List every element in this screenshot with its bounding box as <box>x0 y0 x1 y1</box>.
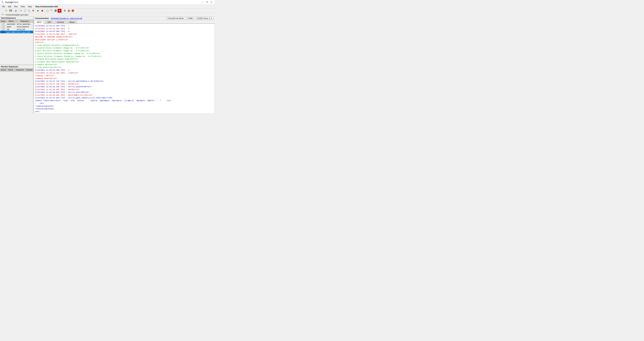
minimize-button[interactable]: — <box>200 1 204 4</box>
tb-cut[interactable]: ✂ <box>19 9 23 13</box>
comm-line: 3/13/2021 11:43:22.386 [RX] – U <box>35 27 213 30</box>
send-name-0: opermode <box>6 23 16 25</box>
table-row: --> gain_table at+rsi_gain_table=1,0,67,… <box>0 31 33 33</box>
app-icon: 🔧 <box>1 1 4 4</box>
menu-file[interactable]: File <box>1 5 6 8</box>
table-row: --> init at+rsi_init <box>0 28 33 31</box>
tb-gear[interactable]: ⚙ <box>63 9 66 13</box>
comm-line: 3/13/2021 11:43:29.255 [RX] – OK<CR><LF> <box>35 88 213 91</box>
send-table: Send Name Sequence --> opermode at+rsi_o… <box>0 20 33 33</box>
menu-tools[interactable]: Tools <box>19 5 26 8</box>
app-title: Docklight V2.0 <box>5 1 18 4</box>
comm-line: 8 Disable GPIO Based Bypass Mode<CR><LF> <box>35 61 213 64</box>
recv-answer <box>26 71 33 72</box>
send-btn-cell[interactable]: --> <box>0 25 6 28</box>
receive-sequences-panel: Receive Sequences Active Name Sequence A… <box>0 65 33 114</box>
comm-line: 3/13/2021 11:43:27.736 [RX] – OK<CR><LF> <box>35 83 213 86</box>
tb-save[interactable]: 💾 <box>9 9 12 13</box>
comm-line: 5 Select Default Wireless Firmware (Imag… <box>35 52 213 55</box>
menu-help[interactable]: Help <box>27 5 33 8</box>
tb-x[interactable]: ✖ <box>58 9 62 13</box>
send-button-1[interactable]: --> <box>1 26 5 28</box>
tb-image[interactable]: 🖼 <box>54 9 57 13</box>
comm-line: Z JTAG Selection<CR><LF> <box>35 66 213 69</box>
left-panel: Send Sequences Send Name Sequence --> op… <box>0 17 34 114</box>
tab-binary[interactable]: Binary <box>68 21 77 24</box>
send-name-2: init <box>6 28 16 31</box>
send-seq-0: at+rsi_opermode=6,1,48,0 <box>16 23 33 25</box>
tb-open[interactable]: 📂 <box>5 9 8 13</box>
comm-line: Loading <CR><LF> <box>35 74 213 77</box>
send-button-0[interactable]: --> <box>1 23 5 25</box>
receive-table: Active Name Sequence Answer <box>0 68 33 72</box>
tab-decimal[interactable]: Decimal <box>55 21 66 24</box>
tb-delete[interactable]: ✖ <box>31 9 35 13</box>
tab-sep-3: | <box>66 21 67 23</box>
tb-copy2[interactable]: 📋 <box>46 9 49 13</box>
send-button-3[interactable]: --> <box>1 31 5 33</box>
title-left: 🔧 Docklight V2.0 <box>1 1 18 4</box>
comm-header: Communication Keyboard Console on - clic… <box>34 17 215 20</box>
tb-red[interactable]: 🔴 <box>71 9 75 13</box>
receive-sequences-title: Receive Sequences <box>0 65 33 68</box>
send-sequences-panel: Send Sequences Send Name Sequence --> op… <box>0 17 33 65</box>
menu-run[interactable]: Run <box>13 5 19 8</box>
comm-line: 3/13/2021 11:43:29.245 [TX] – at+rsi_ban… <box>35 85 213 88</box>
send-button-2[interactable]: --> <box>1 28 5 30</box>
menu-edit[interactable]: Edit <box>7 5 12 8</box>
tb-new[interactable]: 📄 <box>1 9 4 13</box>
comm-line: Loading Done<CR><LF> <box>35 77 213 80</box>
tb-print[interactable]: 🖨 <box>14 9 18 13</box>
menu-stop-communication[interactable]: Stop Communication (F6) <box>34 5 59 8</box>
send-table-wrap: Send Name Sequence --> opermode at+rsi_o… <box>0 20 33 65</box>
table-row <box>0 71 33 72</box>
comm-title: Communication <box>35 17 49 19</box>
window-controls: — ❐ ✕ <box>200 1 213 4</box>
comm-line: 3/13/2021 11:43:24.252 [RX] – 1<CR><LF> <box>35 72 213 75</box>
tb-sep-2 <box>18 9 18 12</box>
tb-sep-1 <box>13 9 13 12</box>
comm-baud: 115200, None, 8, 1 <box>195 17 213 20</box>
comm-line: K Check Wireless Firmware Integrity (Ima… <box>35 55 213 58</box>
tb-play[interactable]: ▶ <box>36 9 40 13</box>
comm-line: 3/13/2021 11:43:23.356 [RX] – <CR><LF> <box>35 33 213 36</box>
comm-line: 3/13/2021 11:43:24.238 [TX] – 1 <box>35 69 213 72</box>
recv-name <box>7 71 14 72</box>
send-btn-cell[interactable]: --> <box>0 31 6 33</box>
keyboard-console-link[interactable]: Keyboard Console on - click to turn off <box>51 17 82 19</box>
colors-fonts-label[interactable]: Colors&Fonts Mode <box>166 17 185 20</box>
comm-line: " <VT> <box>35 102 213 105</box>
tab-hex[interactable]: HEX <box>45 21 54 24</box>
seq-col-header: Sequence <box>16 20 33 23</box>
tb-sep-5 <box>62 9 62 12</box>
tb-find[interactable]: 🔍 <box>27 9 31 13</box>
send-col-header: Send <box>0 20 6 23</box>
main-content: Send Sequences Send Name Sequence --> op… <box>0 17 215 114</box>
send-btn-cell[interactable]: --> <box>0 28 6 31</box>
comm-line: 3/13/2021 11:43:27.722 [TX] – at+rsi_ope… <box>35 80 213 83</box>
comm-line: 1 Load Default Wireless Firmware<CR><LF> <box>35 44 213 47</box>
comm-line: <SOH>% "<DC4><DC4><STX> "<FS> <FS> <ETX>… <box>35 99 213 102</box>
send-btn-cell[interactable]: --> <box>0 23 6 25</box>
restore-button[interactable]: ❐ <box>205 1 209 4</box>
send-name-3: gain_table <box>6 31 16 33</box>
tb-pkg[interactable]: 📦 <box>67 9 70 13</box>
table-row: --> band at+rsi_band=0 <box>0 25 33 28</box>
comm-line: A Load Wireless Firmware (Image No : 0-f… <box>35 47 213 50</box>
tb-scope[interactable]: 🔭 <box>50 9 53 13</box>
comm-line: 3/13/2021 11:43:23.304 [TX] – U <box>35 30 213 33</box>
tab-ascii[interactable]: ASCII <box>34 21 44 24</box>
tb-copy[interactable]: 📋 <box>23 9 27 13</box>
tb-sep-3 <box>36 9 36 12</box>
name-col-header: Name <box>6 20 16 23</box>
close-button[interactable]: ✕ <box>209 1 213 4</box>
comm-port: COM6 <box>186 17 194 20</box>
comm-line: <FF> <box>35 113 213 114</box>
status-arrow: └── <box>1 14 5 16</box>
send-seq-1: at+rsi_band=0 <box>16 25 33 28</box>
comm-line: "<CAN>%<CAN>%<FF> <box>35 105 213 108</box>
comm-output[interactable]: 3/13/2021 11:43:22.334 [TX] – |3/13/2021… <box>34 24 215 114</box>
receive-table-wrap: Active Name Sequence Answer <box>0 68 33 114</box>
comm-line: WELCOME TO REDPINE SIGNALS<CR><LF> <box>35 36 213 39</box>
tb-stop[interactable]: ⏹ <box>40 9 44 13</box>
